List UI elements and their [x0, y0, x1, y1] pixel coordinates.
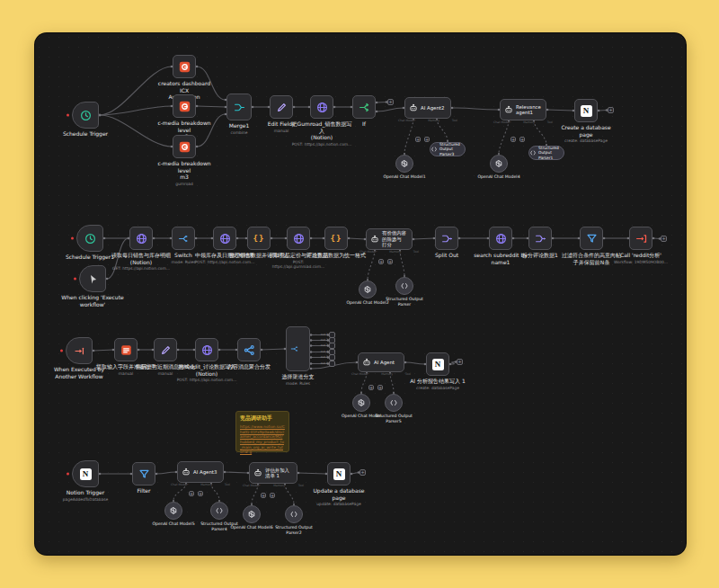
ai-agent3-inner-label: AI Agent3	[193, 469, 217, 475]
branch-endpoint-5[interactable]: out 5	[329, 354, 335, 361]
update-database-page[interactable]: NUpdate a database pageupdate: databaseP…	[327, 462, 351, 486]
extract-input-fields[interactable]: 提取输入字段并准备处理manual	[114, 338, 138, 361]
write-reddit-thread-notion[interactable]: 把Reddit_讨论数据写入 (Notion)POST: https://api…	[195, 338, 218, 361]
manual-trigger[interactable]: When clicking 'Execute workflow'	[79, 265, 106, 292]
openai-icon	[169, 506, 178, 515]
globe-icon	[201, 344, 213, 356]
row1-endpoint[interactable]: +	[608, 107, 614, 113]
score-plus-a[interactable]: +	[378, 259, 384, 264]
switch[interactable]: Switchmode: Rules	[172, 227, 195, 250]
globe-icon	[136, 233, 147, 245]
row4-endpoint[interactable]: +	[360, 469, 366, 476]
trigger-issue-dot	[67, 114, 69, 117]
eval-plus-a[interactable]: +	[261, 493, 266, 498]
filter-high-intent-posts[interactable]: 过滤符合条件的高意向帖 子并保留前N条	[580, 227, 603, 250]
gumroad-source-2[interactable]: c-media breakdown level m2gumroad	[173, 94, 196, 118]
eval-and-append-agent-inner-label: 评估并加入清单 1	[265, 468, 293, 479]
gumroad-source-1[interactable]: creators dashboard ICX Automationgumroad	[173, 55, 196, 78]
schedule-trigger[interactable]: Schedule Trigger	[72, 102, 99, 129]
agent3-plus-b[interactable]: +	[198, 491, 203, 496]
ai-agent-inner-label: AI Agent	[374, 360, 395, 365]
fetch-competitor-data[interactable]: 获取竞品定价与评论数据POST: https://api.gumroad.com…	[287, 227, 310, 250]
ai-agent3[interactable]: AI Agent3Chat Model*MemoryTool	[177, 461, 224, 483]
split-out[interactable]: Split Out	[435, 227, 458, 250]
code-merge-competitor[interactable]: {}汇总竞品数据为统一格式	[324, 227, 348, 250]
clock-icon	[84, 233, 96, 245]
openai-chat-model5[interactable]: OpenAI Chat Model5	[164, 502, 182, 520]
notion-trigger[interactable]: NNotion TriggerpageAddedToDatabase	[72, 460, 99, 487]
gumroad-source-3[interactable]: c-media breakdown level m3gumroad	[173, 135, 196, 158]
write-ai-report-notion[interactable]: NAI 分析报告结果写入 1create: databasePage	[426, 352, 449, 376]
code-normalize-sales[interactable]: {}整理销售数据并计算环比	[247, 227, 271, 250]
clock-icon	[80, 110, 92, 121]
trigger-issue-dot	[67, 473, 69, 476]
relevance-plus-a[interactable]: +	[510, 137, 516, 142]
ai-agent2[interactable]: AI Agent2Chat Model*MemoryTool	[404, 97, 451, 119]
edit-fields[interactable]: Edit Fieldsmanual	[270, 95, 293, 119]
branch-endpoint-3[interactable]: out 3	[329, 343, 335, 349]
brackets-icon	[289, 510, 298, 519]
sticky-note[interactable]: 竞品调研助手https://www.notion.so/ChatG-41Fx9p…	[235, 411, 289, 452]
notion-icon: N	[80, 468, 92, 480]
exec-workflow-trigger[interactable]: When Executed by Another Workflow	[66, 337, 93, 364]
openai-chat-model2[interactable]: OpenAI Chat Model2	[359, 281, 377, 298]
branch-endpoint-6[interactable]: out 6	[329, 361, 335, 367]
if-true-endpoint[interactable]: +	[387, 99, 394, 105]
create-database-page[interactable]: NCreate a database pagecreate: databaseP…	[574, 99, 598, 122]
format-history-messages[interactable]: 将历史与近期消息格式化manual	[154, 338, 177, 361]
robot-icon	[362, 358, 371, 367]
merge1[interactable]: Merge1combine	[226, 94, 252, 120]
trigger-issue-dot	[74, 278, 76, 281]
relevance-agent1[interactable]: Relevance agent1Chat Model*MemoryTool	[500, 99, 546, 120]
share-icon	[244, 344, 255, 356]
if[interactable]: If	[352, 95, 376, 119]
workflow-canvas[interactable]: Schedule Triggercreators dashboard ICX A…	[34, 32, 687, 556]
ai-agent[interactable]: AI AgentChat Model*MemoryTool	[358, 352, 404, 372]
structured-output-parser4[interactable]: Structured Output Parser4	[210, 502, 228, 520]
openai-chat-model4[interactable]: OpenAI Chat Model4	[490, 155, 508, 173]
filter-icon	[138, 468, 150, 480]
split-comments1[interactable]: 拆分评论数据1	[528, 227, 552, 250]
structured-output-parser1[interactable]: Structured Output Parser1	[528, 146, 564, 160]
openai-chat-model6[interactable]: OpenAI Chat Model6	[243, 505, 261, 523]
notion-icon: N	[432, 359, 444, 370]
agent3-plus-a[interactable]: +	[189, 491, 194, 496]
schedule-trigger1[interactable]: Schedule Trigger1	[76, 225, 103, 252]
structured-output-parser2[interactable]: Structured Output Parser2	[285, 505, 303, 523]
ai-agent-plus-b[interactable]: +	[377, 385, 383, 390]
row2-endpoint[interactable]: +	[661, 236, 667, 242]
splitout-icon	[535, 233, 546, 245]
structured-output-parser5[interactable]: Structured Output Parser5	[385, 394, 403, 412]
openai-chat-model1[interactable]: OpenAI Chat Model1	[395, 155, 413, 173]
filter[interactable]: Filter	[132, 462, 155, 486]
brackets-icon	[215, 506, 224, 515]
score-plus-b[interactable]: +	[387, 259, 393, 264]
ai-agent-plus-a[interactable]: +	[368, 385, 374, 390]
trigger-issue-dot	[60, 350, 63, 352]
relevance-plus-b[interactable]: +	[519, 137, 525, 142]
sticky-note-link[interactable]: https://www.notion.so/ChatG-41Fx9p0awk/d…	[240, 424, 285, 455]
aggregate-content[interactable]: 内容消息聚合分发	[237, 338, 261, 361]
compare-stock-dates[interactable]: 申领库存及日期比对结果POST: https://api.notion.com.…	[213, 227, 236, 250]
call-reddit-workflow[interactable]: Call 'reddit分析'Workflow: 19DM509OB00...	[629, 227, 652, 250]
channel-switch[interactable]: 选择渠道分支mode: Rules	[286, 326, 310, 371]
write-gumroad-sales-notion[interactable]: 把Gumroad_销售数据写入 (Notion)POST: https://ap…	[310, 95, 333, 119]
ai-agent2-plus-a[interactable]: +	[415, 137, 421, 142]
structured-output-parser3-inner-label: Structured Output Parser3	[439, 142, 465, 156]
search-subreddit-by-name1[interactable]: search subreddit by name1	[489, 227, 512, 250]
brackets-icon	[400, 281, 409, 290]
structured-output-parser[interactable]: Structured Output Parser	[395, 277, 413, 295]
ai-agent2-plus-b[interactable]: +	[424, 137, 430, 142]
read-daily-sales-notion[interactable]: 读取每日销售与库存明细 (Notion)GET: https://api.not…	[129, 227, 153, 250]
row3-endpoint[interactable]: +	[457, 359, 463, 365]
openai-chat-model[interactable]: OpenAI Chat Model	[352, 394, 370, 412]
globe-icon	[495, 233, 507, 245]
structured-output-parser3[interactable]: Structured Output Parser3	[430, 142, 466, 156]
robot-icon	[370, 235, 379, 244]
eval-plus-b[interactable]: +	[270, 493, 275, 498]
openai-icon	[400, 159, 409, 168]
merge-icon	[234, 102, 245, 113]
ai-agent-score[interactable]: 有价值内容的筛选与 打分Chat Model*MemoryTool	[366, 228, 413, 250]
doc-icon	[120, 344, 132, 356]
eval-and-append-agent[interactable]: 评估并加入清单 1Chat Model*MemoryTool	[249, 462, 297, 484]
